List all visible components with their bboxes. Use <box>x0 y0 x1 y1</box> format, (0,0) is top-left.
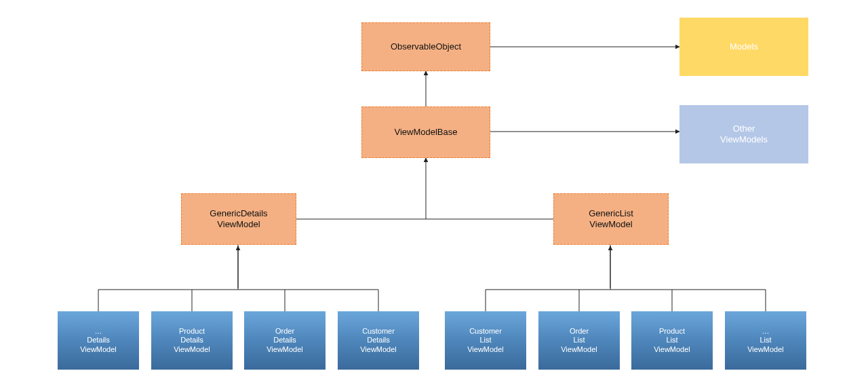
leaf-l1: Product <box>179 327 205 336</box>
leaf-l3: ViewModel <box>561 345 597 354</box>
node-label-line2: ViewModel <box>589 219 632 230</box>
node-generic-details-viewmodel: GenericDetails ViewModel <box>181 193 296 245</box>
node-list-leaf: Customer List ViewModel <box>445 311 526 370</box>
leaf-l3: ViewModel <box>80 345 117 354</box>
node-label-line2: ViewModel <box>217 219 260 230</box>
leaf-l2: List <box>573 336 585 345</box>
node-details-leaf: Order Details ViewModel <box>244 311 326 370</box>
node-label: Models <box>730 41 758 52</box>
node-list-leaf: Order List ViewModel <box>538 311 620 370</box>
leaf-l1: … <box>95 327 102 336</box>
node-viewmodelbase: ViewModelBase <box>361 106 490 158</box>
leaf-l2: Details <box>367 336 390 345</box>
node-label-line2: ViewModels <box>720 134 768 145</box>
leaf-l3: ViewModel <box>747 345 784 354</box>
node-label-line1: GenericDetails <box>210 208 267 219</box>
leaf-l1: Order <box>275 327 294 336</box>
leaf-l1: Customer <box>362 327 395 336</box>
leaf-l1: … <box>762 327 770 336</box>
node-details-leaf: Customer Details ViewModel <box>338 311 419 370</box>
leaf-l1: Order <box>570 327 589 336</box>
node-label: ViewModelBase <box>395 127 458 138</box>
node-observable-object: ObservableObject <box>361 22 490 71</box>
leaf-l2: List <box>666 336 677 345</box>
leaf-l2: List <box>479 336 491 345</box>
node-details-leaf: … Details ViewModel <box>58 311 139 370</box>
node-generic-list-viewmodel: GenericList ViewModel <box>553 193 669 245</box>
leaf-l2: Details <box>273 336 296 345</box>
leaf-l3: ViewModel <box>467 345 504 354</box>
node-label-line1: Other <box>733 123 755 134</box>
leaf-l2: List <box>760 336 771 345</box>
node-list-leaf: … List ViewModel <box>725 311 806 370</box>
leaf-l2: Details <box>180 336 203 345</box>
node-other-viewmodels: Other ViewModels <box>679 105 808 163</box>
leaf-l3: ViewModel <box>654 345 690 354</box>
leaf-l1: Customer <box>469 327 502 336</box>
node-details-leaf: Product Details ViewModel <box>151 311 233 370</box>
leaf-l1: Product <box>659 327 685 336</box>
leaf-l3: ViewModel <box>360 345 397 354</box>
node-label: ObservableObject <box>391 41 461 52</box>
leaf-l3: ViewModel <box>174 345 210 354</box>
leaf-l2: Details <box>87 336 110 345</box>
leaf-l3: ViewModel <box>267 345 303 354</box>
node-label-line1: GenericList <box>589 208 633 219</box>
node-models: Models <box>679 18 808 76</box>
node-list-leaf: Product List ViewModel <box>631 311 713 370</box>
